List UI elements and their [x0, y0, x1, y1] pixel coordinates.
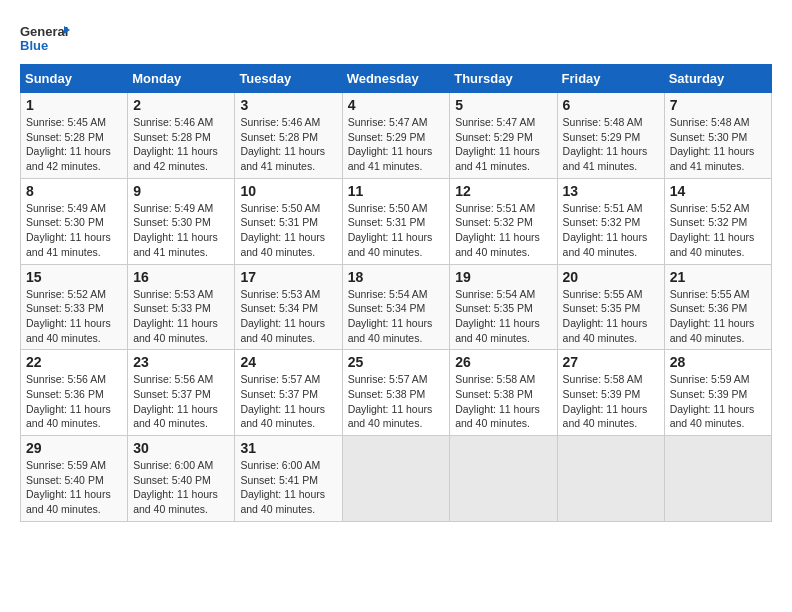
day-info: Sunrise: 5:58 AMSunset: 5:38 PMDaylight:…: [455, 372, 551, 431]
calendar-cell: 30Sunrise: 6:00 AMSunset: 5:40 PMDayligh…: [128, 436, 235, 522]
day-number: 11: [348, 183, 445, 199]
calendar-cell: 23Sunrise: 5:56 AMSunset: 5:37 PMDayligh…: [128, 350, 235, 436]
day-number: 8: [26, 183, 122, 199]
day-info: Sunrise: 5:52 AMSunset: 5:33 PMDaylight:…: [26, 287, 122, 346]
calendar-cell: 9Sunrise: 5:49 AMSunset: 5:30 PMDaylight…: [128, 178, 235, 264]
calendar-cell: 18Sunrise: 5:54 AMSunset: 5:34 PMDayligh…: [342, 264, 450, 350]
calendar-header-monday: Monday: [128, 65, 235, 93]
calendar-cell: 31Sunrise: 6:00 AMSunset: 5:41 PMDayligh…: [235, 436, 342, 522]
svg-text:Blue: Blue: [20, 38, 48, 53]
calendar-header-sunday: Sunday: [21, 65, 128, 93]
day-info: Sunrise: 5:49 AMSunset: 5:30 PMDaylight:…: [133, 201, 229, 260]
day-number: 15: [26, 269, 122, 285]
day-info: Sunrise: 5:55 AMSunset: 5:35 PMDaylight:…: [563, 287, 659, 346]
day-number: 22: [26, 354, 122, 370]
day-number: 31: [240, 440, 336, 456]
day-number: 12: [455, 183, 551, 199]
calendar-week-5: 29Sunrise: 5:59 AMSunset: 5:40 PMDayligh…: [21, 436, 772, 522]
day-number: 9: [133, 183, 229, 199]
calendar-cell: 13Sunrise: 5:51 AMSunset: 5:32 PMDayligh…: [557, 178, 664, 264]
day-info: Sunrise: 5:45 AMSunset: 5:28 PMDaylight:…: [26, 115, 122, 174]
calendar-header-thursday: Thursday: [450, 65, 557, 93]
svg-text:General: General: [20, 24, 68, 39]
day-info: Sunrise: 5:46 AMSunset: 5:28 PMDaylight:…: [240, 115, 336, 174]
day-number: 30: [133, 440, 229, 456]
calendar-cell: 25Sunrise: 5:57 AMSunset: 5:38 PMDayligh…: [342, 350, 450, 436]
calendar-cell: [342, 436, 450, 522]
day-info: Sunrise: 5:48 AMSunset: 5:29 PMDaylight:…: [563, 115, 659, 174]
calendar-cell: 11Sunrise: 5:50 AMSunset: 5:31 PMDayligh…: [342, 178, 450, 264]
calendar-cell: 5Sunrise: 5:47 AMSunset: 5:29 PMDaylight…: [450, 93, 557, 179]
day-info: Sunrise: 5:54 AMSunset: 5:35 PMDaylight:…: [455, 287, 551, 346]
day-number: 25: [348, 354, 445, 370]
day-number: 17: [240, 269, 336, 285]
day-number: 23: [133, 354, 229, 370]
calendar-cell: 4Sunrise: 5:47 AMSunset: 5:29 PMDaylight…: [342, 93, 450, 179]
day-info: Sunrise: 6:00 AMSunset: 5:41 PMDaylight:…: [240, 458, 336, 517]
day-number: 26: [455, 354, 551, 370]
day-number: 4: [348, 97, 445, 113]
day-number: 3: [240, 97, 336, 113]
day-number: 19: [455, 269, 551, 285]
day-info: Sunrise: 5:57 AMSunset: 5:38 PMDaylight:…: [348, 372, 445, 431]
day-number: 13: [563, 183, 659, 199]
calendar-table: SundayMondayTuesdayWednesdayThursdayFrid…: [20, 64, 772, 522]
calendar-cell: 20Sunrise: 5:55 AMSunset: 5:35 PMDayligh…: [557, 264, 664, 350]
day-info: Sunrise: 5:51 AMSunset: 5:32 PMDaylight:…: [455, 201, 551, 260]
calendar-cell: 6Sunrise: 5:48 AMSunset: 5:29 PMDaylight…: [557, 93, 664, 179]
calendar-cell: 16Sunrise: 5:53 AMSunset: 5:33 PMDayligh…: [128, 264, 235, 350]
day-number: 10: [240, 183, 336, 199]
day-info: Sunrise: 5:57 AMSunset: 5:37 PMDaylight:…: [240, 372, 336, 431]
day-info: Sunrise: 5:48 AMSunset: 5:30 PMDaylight:…: [670, 115, 766, 174]
calendar-cell: 3Sunrise: 5:46 AMSunset: 5:28 PMDaylight…: [235, 93, 342, 179]
calendar-cell: 12Sunrise: 5:51 AMSunset: 5:32 PMDayligh…: [450, 178, 557, 264]
calendar-cell: 10Sunrise: 5:50 AMSunset: 5:31 PMDayligh…: [235, 178, 342, 264]
calendar-header-row: SundayMondayTuesdayWednesdayThursdayFrid…: [21, 65, 772, 93]
day-info: Sunrise: 5:49 AMSunset: 5:30 PMDaylight:…: [26, 201, 122, 260]
day-number: 18: [348, 269, 445, 285]
header: General Blue: [20, 20, 772, 56]
day-info: Sunrise: 5:59 AMSunset: 5:39 PMDaylight:…: [670, 372, 766, 431]
day-number: 6: [563, 97, 659, 113]
calendar-cell: 7Sunrise: 5:48 AMSunset: 5:30 PMDaylight…: [664, 93, 771, 179]
day-info: Sunrise: 5:54 AMSunset: 5:34 PMDaylight:…: [348, 287, 445, 346]
calendar-cell: 19Sunrise: 5:54 AMSunset: 5:35 PMDayligh…: [450, 264, 557, 350]
day-number: 20: [563, 269, 659, 285]
day-info: Sunrise: 6:00 AMSunset: 5:40 PMDaylight:…: [133, 458, 229, 517]
day-number: 28: [670, 354, 766, 370]
day-number: 21: [670, 269, 766, 285]
calendar-cell: [557, 436, 664, 522]
day-number: 2: [133, 97, 229, 113]
day-number: 27: [563, 354, 659, 370]
calendar-cell: 26Sunrise: 5:58 AMSunset: 5:38 PMDayligh…: [450, 350, 557, 436]
logo-svg: General Blue: [20, 20, 70, 56]
calendar-week-1: 1Sunrise: 5:45 AMSunset: 5:28 PMDaylight…: [21, 93, 772, 179]
calendar-cell: 15Sunrise: 5:52 AMSunset: 5:33 PMDayligh…: [21, 264, 128, 350]
calendar-cell: [664, 436, 771, 522]
logo: General Blue: [20, 20, 70, 56]
calendar-cell: 22Sunrise: 5:56 AMSunset: 5:36 PMDayligh…: [21, 350, 128, 436]
day-number: 29: [26, 440, 122, 456]
calendar-header-saturday: Saturday: [664, 65, 771, 93]
calendar-header-friday: Friday: [557, 65, 664, 93]
day-info: Sunrise: 5:53 AMSunset: 5:34 PMDaylight:…: [240, 287, 336, 346]
calendar-cell: 2Sunrise: 5:46 AMSunset: 5:28 PMDaylight…: [128, 93, 235, 179]
day-info: Sunrise: 5:50 AMSunset: 5:31 PMDaylight:…: [348, 201, 445, 260]
day-info: Sunrise: 5:56 AMSunset: 5:36 PMDaylight:…: [26, 372, 122, 431]
day-number: 1: [26, 97, 122, 113]
day-info: Sunrise: 5:51 AMSunset: 5:32 PMDaylight:…: [563, 201, 659, 260]
calendar-cell: 8Sunrise: 5:49 AMSunset: 5:30 PMDaylight…: [21, 178, 128, 264]
calendar-header-wednesday: Wednesday: [342, 65, 450, 93]
day-info: Sunrise: 5:50 AMSunset: 5:31 PMDaylight:…: [240, 201, 336, 260]
calendar-cell: 21Sunrise: 5:55 AMSunset: 5:36 PMDayligh…: [664, 264, 771, 350]
calendar-cell: [450, 436, 557, 522]
calendar-cell: 24Sunrise: 5:57 AMSunset: 5:37 PMDayligh…: [235, 350, 342, 436]
calendar-week-2: 8Sunrise: 5:49 AMSunset: 5:30 PMDaylight…: [21, 178, 772, 264]
calendar-cell: 14Sunrise: 5:52 AMSunset: 5:32 PMDayligh…: [664, 178, 771, 264]
day-number: 5: [455, 97, 551, 113]
day-number: 14: [670, 183, 766, 199]
day-info: Sunrise: 5:59 AMSunset: 5:40 PMDaylight:…: [26, 458, 122, 517]
calendar-cell: 29Sunrise: 5:59 AMSunset: 5:40 PMDayligh…: [21, 436, 128, 522]
day-info: Sunrise: 5:52 AMSunset: 5:32 PMDaylight:…: [670, 201, 766, 260]
calendar-cell: 1Sunrise: 5:45 AMSunset: 5:28 PMDaylight…: [21, 93, 128, 179]
